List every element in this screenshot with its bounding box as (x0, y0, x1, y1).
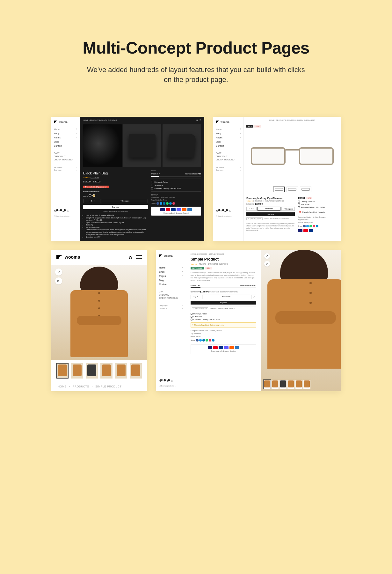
thumbnail[interactable] (264, 380, 271, 389)
logo[interactable]: wooma (54, 121, 77, 123)
thumbnail[interactable] (273, 187, 285, 192)
search-icon[interactable]: ⌕ (129, 254, 132, 261)
wishlist-icon[interactable]: ♡0 (220, 210, 222, 213)
list-icon[interactable]: ☰ (200, 119, 201, 121)
nav-blog[interactable]: Blog (159, 278, 183, 282)
facebook-icon[interactable] (156, 202, 159, 205)
pinterest-icon[interactable] (313, 225, 315, 227)
color-swatch[interactable] (89, 194, 91, 197)
search-input[interactable]: ☐ Search products… (159, 385, 183, 387)
lang-select[interactable]: Language› (159, 304, 183, 307)
nav-checkout[interactable]: CHECKOUT (216, 155, 241, 158)
product-image[interactable] (163, 124, 201, 167)
compare-icon[interactable]: ⇄0 (224, 210, 227, 213)
add-to-cart-button[interactable]: Add to cart (202, 295, 250, 299)
thumbnail[interactable] (287, 380, 294, 389)
nav-checkout[interactable]: CHECKOUT (159, 293, 183, 297)
thumbnail[interactable] (100, 363, 113, 379)
nav-contact[interactable]: Contact (54, 144, 77, 148)
currency-select[interactable]: Currency› (216, 169, 241, 172)
logo[interactable]: wooma (216, 121, 241, 123)
nav-blog[interactable]: Blog (54, 140, 77, 144)
account-icon[interactable]: ☺ (229, 210, 231, 213)
thumbnail[interactable] (279, 380, 287, 389)
breadcrumb[interactable]: HOME › PRODUCTS › BLACK PLAIN BAG (83, 119, 117, 121)
buy-now-button[interactable]: Buy Now (83, 205, 148, 209)
nav-shop[interactable]: Shop› (216, 131, 241, 136)
breadcrumb[interactable]: HOME›PRODUCTS›SIMPLE PRODUCT (51, 382, 147, 391)
size-guide-link[interactable]: Size Guide (151, 184, 201, 186)
menu-icon[interactable] (136, 255, 142, 259)
thumbnail[interactable] (56, 363, 69, 379)
thumbnail[interactable] (86, 363, 98, 379)
delivery-return-link[interactable]: Delivery & Return (151, 181, 201, 183)
product-hero-image[interactable]: ⤢ ▷ (51, 265, 147, 360)
size-guide-link[interactable]: Size Guide (298, 203, 338, 205)
logo[interactable]: wooma (56, 254, 80, 260)
cart-icon[interactable]: 🛍0 (216, 210, 218, 213)
telegram-icon[interactable] (212, 339, 214, 342)
nav-cart[interactable]: CART (159, 290, 183, 293)
nav-tracking[interactable]: ORDER TRACKING (54, 158, 77, 161)
wishlist-icon[interactable]: ♡0 (163, 380, 165, 382)
product-hero-image[interactable]: ⤢ ▷ (261, 250, 341, 391)
quantity-stepper[interactable]: − 1 + (83, 199, 100, 203)
color-swatch[interactable] (92, 194, 95, 197)
nav-checkout[interactable]: CHECKOUT (54, 155, 77, 158)
twitter-icon[interactable] (306, 225, 309, 227)
linkedin-icon[interactable] (163, 202, 165, 205)
cart-icon[interactable]: 🛍0 (159, 380, 161, 382)
nav-cart[interactable]: CART (54, 152, 77, 155)
quantity-stepper[interactable]: − 1 + (191, 295, 201, 299)
wishlist-icon[interactable]: ♡0 (58, 210, 61, 213)
thumbnail[interactable] (303, 380, 310, 389)
twitter-icon[interactable] (199, 339, 202, 342)
whatsapp-icon[interactable] (206, 339, 208, 342)
whatsapp-icon[interactable] (309, 225, 312, 227)
product-image[interactable] (123, 124, 162, 167)
grid-icon[interactable]: ▦ (196, 119, 198, 121)
size-guide-link[interactable]: Size Guide (191, 316, 256, 318)
compare-icon[interactable]: ⇄0 (62, 210, 65, 213)
nav-home[interactable]: Home› (216, 127, 241, 131)
whatsapp-icon[interactable] (166, 202, 169, 205)
facebook-icon[interactable] (196, 339, 199, 342)
thumbnail[interactable] (300, 187, 311, 192)
thumbnail[interactable] (115, 363, 127, 379)
nav-home[interactable]: Home› (159, 266, 183, 270)
lang-select[interactable]: Language› (216, 166, 241, 169)
buy-now-button[interactable]: Buy Now (191, 301, 256, 305)
telegram-icon[interactable] (316, 225, 318, 227)
thumbnail[interactable] (130, 363, 142, 379)
nav-contact[interactable]: Contact (216, 144, 241, 148)
thumbnail[interactable] (295, 380, 302, 389)
search-input[interactable]: ☐ Search products… (54, 215, 77, 217)
logo[interactable]: wooma (159, 254, 183, 257)
account-icon[interactable]: ☺ (171, 380, 173, 382)
nav-tracking[interactable]: ORDER TRACKING (216, 158, 241, 161)
thumbnail[interactable] (272, 380, 279, 389)
nav-shop[interactable]: Shop› (159, 270, 183, 274)
breadcrumb[interactable]: HOME · PRODUCTS · RENTANGLE GRAY EYEGLAS… (246, 119, 338, 121)
add-to-cart-button[interactable]: Add to cart (258, 207, 281, 211)
account-icon[interactable]: ☺ (67, 210, 69, 213)
search-input[interactable]: ☐ Search products… (216, 215, 241, 217)
linkedin-icon[interactable] (202, 339, 205, 342)
currency-select[interactable]: Currency› (159, 307, 183, 310)
compare-icon[interactable]: ⇄0 (167, 380, 169, 382)
telegram-icon[interactable] (169, 202, 172, 205)
facebook-icon[interactable] (303, 225, 306, 227)
nav-blog[interactable]: Blog (216, 140, 241, 144)
nav-pages[interactable]: Pages› (159, 274, 183, 278)
breadcrumb[interactable]: HOME · PRODUCTS · SIMPLE PRODUCT (191, 253, 256, 255)
thumbnail[interactable] (71, 363, 83, 379)
compare-button[interactable]: ♡ Compare (281, 207, 294, 211)
pinterest-icon[interactable] (209, 339, 211, 342)
delivery-return-link[interactable]: Delivery & Return (298, 201, 338, 202)
nav-contact[interactable]: Contact (159, 282, 183, 286)
nav-pages[interactable]: Pages› (216, 136, 241, 140)
compare-button[interactable]: ♡ Compare (102, 199, 148, 203)
pinterest-icon[interactable] (172, 202, 175, 205)
currency-select[interactable]: Currency› (54, 169, 77, 172)
quantity-stepper[interactable]: − 1 + (246, 207, 257, 211)
